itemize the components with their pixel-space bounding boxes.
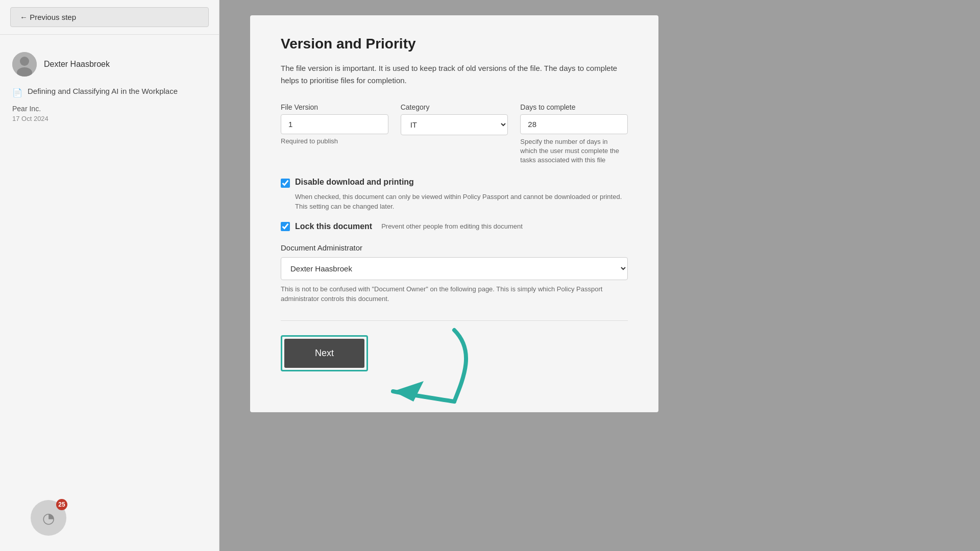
page-title: Version and Priority [281, 36, 628, 52]
form-divider [281, 320, 628, 321]
sidebar-doc: 📄 Defining and Classifying AI in the Wor… [0, 87, 219, 131]
next-button[interactable]: Next [284, 339, 364, 368]
disable-download-label[interactable]: Disable download and printing [295, 178, 414, 187]
document-date: 17 Oct 2024 [12, 115, 207, 122]
form-container: Version and Priority The file version is… [250, 15, 658, 412]
main-content: Version and Priority The file version is… [219, 0, 980, 551]
doc-title: 📄 Defining and Classifying AI in the Wor… [12, 87, 207, 97]
days-to-complete-group: Days to complete Specify the number of d… [520, 103, 628, 165]
file-version-group: File Version Required to publish [281, 103, 388, 145]
svg-point-1 [20, 57, 29, 66]
file-version-required: Required to publish [281, 137, 388, 145]
doc-admin-select[interactable]: Dexter Haasbroek [281, 257, 628, 280]
disable-download-section: Disable download and printing When check… [281, 178, 628, 212]
doc-admin-label: Document Administrator [281, 243, 628, 252]
disable-download-checkbox[interactable] [281, 179, 290, 188]
sidebar: ← Previous step Dexter Haasbroek 📄 Defin… [0, 0, 219, 551]
next-button-area: Next [281, 335, 628, 392]
doc-admin-helper: This is not to be confused with "Documen… [281, 284, 628, 304]
arrow-annotation [352, 325, 505, 407]
file-version-label: File Version [281, 103, 388, 111]
lock-document-row: Lock this document Prevent other people … [281, 222, 628, 231]
form-row-top: File Version Required to publish Categor… [281, 103, 628, 165]
days-to-complete-helper: Specify the number of days in which the … [520, 137, 622, 165]
page-description: The file version is important. It is use… [281, 62, 628, 87]
bottom-badge[interactable]: 25 ◔ [31, 500, 66, 536]
badge-count: 25 [56, 499, 67, 510]
category-select[interactable]: IT HR Finance Operations Legal Other [401, 114, 508, 135]
avatar [12, 52, 37, 77]
days-to-complete-label: Days to complete [520, 103, 628, 111]
document-icon: 📄 [12, 88, 22, 97]
lock-document-checkbox[interactable] [281, 222, 290, 231]
category-label: Category [401, 103, 508, 111]
lock-document-label[interactable]: Lock this document [295, 222, 372, 231]
file-version-input[interactable] [281, 114, 388, 134]
lock-document-sublabel: Prevent other people from editing this d… [381, 222, 523, 230]
company-name: Pear Inc. [12, 105, 207, 113]
user-name: Dexter Haasbroek [44, 60, 110, 69]
disable-download-description: When checked, this document can only be … [295, 192, 628, 212]
next-button-wrapper: Next [281, 335, 368, 371]
doc-title-text: Defining and Classifying AI in the Workp… [28, 87, 178, 95]
badge-icon: ◔ [42, 510, 55, 527]
sidebar-divider [0, 34, 219, 35]
category-group: Category IT HR Finance Operations Legal … [401, 103, 508, 135]
prev-step-button[interactable]: ← Previous step [10, 7, 209, 27]
sidebar-user: Dexter Haasbroek [0, 47, 219, 87]
days-to-complete-input[interactable] [520, 114, 628, 134]
doc-admin-section: Document Administrator Dexter Haasbroek … [281, 243, 628, 304]
disable-download-row: Disable download and printing [281, 178, 628, 188]
